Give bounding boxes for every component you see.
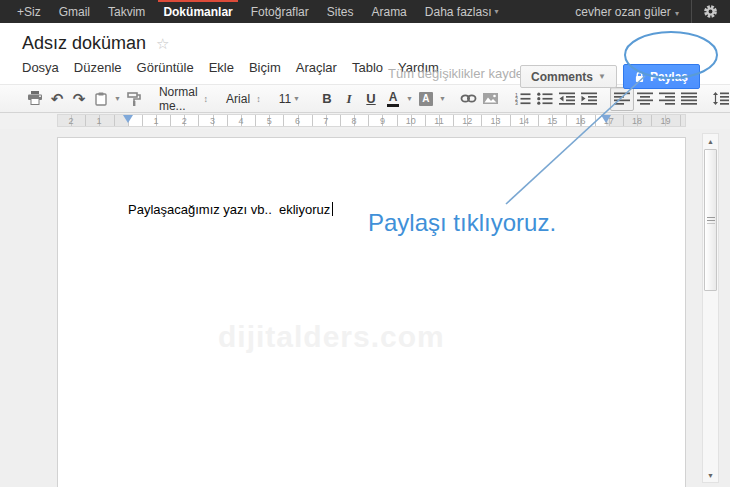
- left-indent-marker[interactable]: [123, 115, 133, 123]
- scrollbar-thumb[interactable]: [704, 149, 717, 291]
- bullet-list-icon: [537, 92, 553, 105]
- font-value: Arial: [226, 92, 250, 106]
- ruler-number: 2: [180, 116, 189, 127]
- google-bar-nav: +SizGmailTakvimDokümanlarFotoğraflarSite…: [0, 0, 508, 23]
- line-spacing-icon: [713, 92, 729, 105]
- paint-roller-icon: [127, 92, 141, 106]
- ruler-numbers: 2112345678910111213141516171819: [58, 115, 685, 126]
- ruler-number: 13: [489, 116, 503, 127]
- ruler-number: 4: [236, 116, 245, 127]
- topbar-link-takvim[interactable]: Takvim: [99, 0, 154, 23]
- bullet-list-button[interactable]: [534, 88, 556, 110]
- line-spacing-button[interactable]: [710, 88, 730, 110]
- outdent-icon: [559, 92, 575, 105]
- menu-bi-im[interactable]: Biçim: [249, 60, 281, 75]
- scrollbar-grip-icon: [707, 217, 715, 224]
- ruler-number: 7: [321, 116, 330, 127]
- scroll-down-icon[interactable]: ▼: [703, 468, 718, 482]
- ruler-number: 6: [293, 116, 302, 127]
- share-label: Paylaş: [650, 70, 688, 84]
- document-text[interactable]: Paylaşacağımız yazı vb.. ekliyoruz: [128, 202, 333, 217]
- font-dropdown[interactable]: Arial ↕: [222, 88, 265, 110]
- caret-down-icon: ▼: [598, 72, 606, 81]
- highlight-caret-icon[interactable]: ▼: [439, 95, 446, 102]
- ruler-number: 16: [573, 116, 587, 127]
- ruler-number: 8: [350, 116, 359, 127]
- insert-image-button[interactable]: [480, 88, 502, 110]
- document-text-content: Paylaşacağımız yazı vb.. ekliyoruz: [128, 202, 330, 217]
- settings-button[interactable]: [698, 0, 722, 23]
- ruler-number: 1: [94, 116, 103, 127]
- header-buttons: Comments ▼ Paylaş: [520, 64, 700, 89]
- title-row: Adsız doküman ☆: [0, 23, 730, 56]
- google-docs-window: +SizGmailTakvimDokümanlarFotoğraflarSite…: [0, 0, 730, 487]
- ruler-number: 5: [265, 116, 274, 127]
- decrease-indent-button[interactable]: [556, 88, 578, 110]
- undo-button[interactable]: ↶: [46, 88, 68, 110]
- indent-icon: [581, 92, 597, 105]
- google-bar-account: cevher ozan güler: [565, 0, 730, 23]
- topbar-link-dok-manlar[interactable]: Dokümanlar: [154, 0, 241, 23]
- web-clipboard-button[interactable]: [90, 88, 112, 110]
- text-color-icon: A: [387, 91, 399, 107]
- vertical-scrollbar[interactable]: ▲ ▼: [702, 133, 719, 483]
- topbar-link-sites[interactable]: Sites: [318, 0, 363, 23]
- ruler-number: 1: [151, 116, 160, 127]
- menu-dosya[interactable]: Dosya: [22, 60, 59, 75]
- scroll-up-icon[interactable]: ▲: [703, 134, 718, 148]
- ruler-number: 10: [404, 116, 418, 127]
- topbar-link-+siz[interactable]: +Siz: [8, 0, 50, 23]
- menu-ara-lar[interactable]: Araçlar: [296, 60, 337, 75]
- styles-value: Normal me...: [159, 85, 198, 113]
- link-icon: [460, 94, 477, 103]
- align-center-button[interactable]: [634, 88, 656, 110]
- document-title[interactable]: Adsız doküman: [22, 33, 146, 54]
- caret-down-icon: ▼: [293, 95, 300, 102]
- justify-button[interactable]: [678, 88, 700, 110]
- redo-button[interactable]: ↷: [68, 88, 90, 110]
- menu-tablo[interactable]: Tablo: [352, 60, 383, 75]
- topbar-link-gmail[interactable]: Gmail: [50, 0, 99, 23]
- menu-d-zenle[interactable]: Düzenle: [74, 60, 122, 75]
- topbar-link-daha-fazlas-[interactable]: Daha fazlası: [416, 0, 508, 23]
- topbar-link-arama[interactable]: Arama: [362, 0, 415, 23]
- menu-g-r-nt-le[interactable]: Görüntüle: [137, 60, 194, 75]
- star-icon[interactable]: ☆: [156, 35, 169, 53]
- align-left-button[interactable]: [610, 87, 634, 111]
- ruler-number: 3: [208, 116, 217, 127]
- document-page[interactable]: Paylaşacağımız yazı vb.. ekliyoruz dijit…: [57, 137, 686, 487]
- paint-format-button[interactable]: [123, 88, 145, 110]
- ruler-number: 12: [460, 116, 474, 127]
- account-menu[interactable]: cevher ozan güler: [565, 5, 689, 19]
- font-size-value: 11: [279, 92, 291, 106]
- ruler-number: 9: [378, 116, 387, 127]
- share-button[interactable]: Paylaş: [623, 64, 700, 89]
- clipboard-caret-icon[interactable]: ▼: [114, 95, 121, 102]
- menu-ekle[interactable]: Ekle: [209, 60, 234, 75]
- justify-icon: [681, 92, 697, 105]
- ruler[interactable]: 2112345678910111213141516171819: [57, 114, 686, 127]
- comments-button[interactable]: Comments ▼: [520, 65, 617, 88]
- italic-button[interactable]: I: [338, 88, 360, 110]
- print-button[interactable]: [24, 88, 46, 110]
- image-icon: [483, 93, 498, 104]
- insert-link-button[interactable]: [458, 88, 480, 110]
- google-bar: +SizGmailTakvimDokümanlarFotoğraflarSite…: [0, 0, 730, 23]
- bold-button[interactable]: B: [316, 88, 338, 110]
- align-right-icon: [659, 92, 675, 105]
- text-color-caret-icon[interactable]: ▼: [406, 95, 413, 102]
- clipboard-icon: [95, 92, 107, 106]
- text-color-button[interactable]: A: [382, 88, 404, 110]
- numbered-list-button[interactable]: 123: [512, 88, 534, 110]
- text-cursor: [332, 202, 333, 216]
- right-indent-marker[interactable]: [601, 115, 611, 123]
- topbar-link-foto-raflar[interactable]: Fotoğraflar: [242, 0, 318, 23]
- underline-button[interactable]: U: [360, 88, 382, 110]
- topbar-divider: [691, 0, 692, 23]
- svg-text:3: 3: [515, 100, 518, 105]
- increase-indent-button[interactable]: [578, 88, 600, 110]
- styles-dropdown[interactable]: Normal me... ↕: [155, 88, 212, 110]
- align-right-button[interactable]: [656, 88, 678, 110]
- highlight-color-button[interactable]: A: [415, 88, 437, 110]
- font-size-dropdown[interactable]: 11 ▼: [275, 88, 306, 110]
